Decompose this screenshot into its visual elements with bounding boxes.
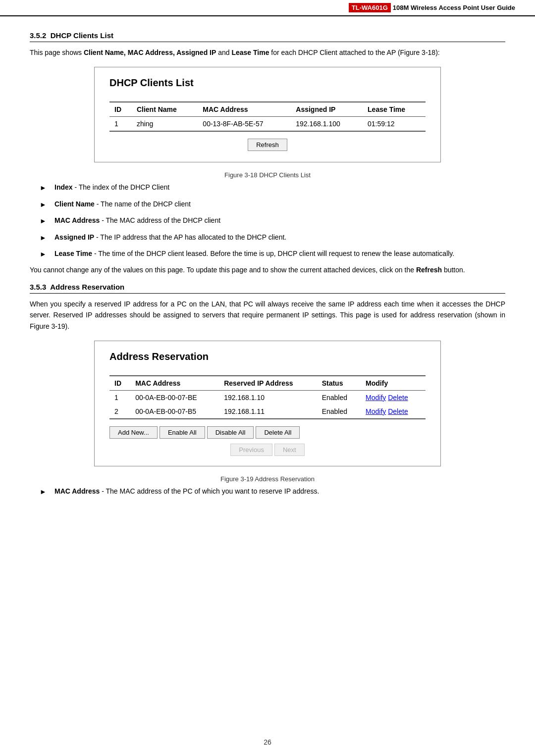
- addr-buttons-row: Add New...Enable AllDisable AllDelete Al…: [109, 426, 426, 439]
- main-content: 3.5.2 DHCP Clients List This page shows …: [0, 16, 535, 733]
- addr-col-reserved-ip: Reserved IP Address: [219, 376, 317, 391]
- enable-all-button[interactable]: Enable All: [160, 426, 205, 439]
- addr-col-mac: MAC Address: [130, 376, 219, 391]
- arrow-icon: ►: [40, 232, 48, 243]
- section-353-number: 3.5.3: [30, 283, 46, 291]
- list-item: ►Lease Time - The time of the DHCP clien…: [30, 248, 505, 259]
- arrow-icon: ►: [40, 486, 48, 497]
- list-item: ►Index - The index of the DHCP Client: [30, 182, 505, 193]
- bullet-text: MAC Address - The MAC address of the DHC…: [54, 215, 505, 226]
- bullet-text: Index - The index of the DHCP Client: [54, 182, 505, 193]
- refresh-button[interactable]: Refresh: [248, 139, 287, 151]
- addr-reservation-table: ID MAC Address Reserved IP Address Statu…: [109, 375, 426, 419]
- arrow-icon: ►: [40, 215, 48, 226]
- delete-link[interactable]: Delete: [388, 407, 408, 415]
- list-item: ►MAC Address - The MAC address of the PC…: [30, 486, 505, 497]
- refresh-row: Refresh: [109, 139, 426, 151]
- page-header: TL-WA601G108M Wireless Access Point User…: [0, 0, 535, 16]
- dhcp-col-id: ID: [109, 102, 132, 117]
- bullet-text: Client Name - The name of the DHCP clien…: [54, 199, 505, 209]
- arrow-icon: ►: [40, 199, 48, 210]
- arrow-icon: ►: [40, 182, 48, 193]
- delete-link[interactable]: Delete: [388, 394, 408, 402]
- dhcp-col-assigned-ip: Assigned IP: [291, 102, 363, 117]
- bullet-text: Lease Time - The time of the DHCP client…: [54, 248, 505, 259]
- bullet-text: MAC Address - The MAC address of the PC …: [54, 486, 505, 497]
- section-353-intro: When you specify a reserved IP address f…: [30, 299, 505, 332]
- dhcp-clients-table: ID Client Name MAC Address Assigned IP L…: [109, 101, 426, 132]
- section-352-intro: This page shows Client Name, MAC Address…: [30, 47, 505, 58]
- dhcp-table-header-row: ID Client Name MAC Address Assigned IP L…: [109, 102, 426, 117]
- dhcp-figure-caption: Figure 3-18 DHCP Clients List: [30, 171, 505, 179]
- arrow-icon: ►: [40, 248, 48, 259]
- section-352-heading: 3.5.2 DHCP Clients List: [30, 31, 505, 42]
- addr-reservation-figure: Address Reservation ID MAC Address Reser…: [94, 341, 441, 466]
- modify-link[interactable]: Modify: [366, 407, 386, 415]
- modify-link[interactable]: Modify: [366, 394, 386, 402]
- table-row: 1zhing00-13-8F-AB-5E-57192.168.1.10001:5…: [109, 117, 426, 132]
- section-352-title: DHCP Clients List: [51, 31, 113, 40]
- addr-col-status: Status: [317, 376, 361, 391]
- bullet-text: Assigned IP - The IP address that the AP…: [54, 232, 505, 243]
- dhcp-col-client-name: Client Name: [132, 102, 198, 117]
- addr-bullet-list: ►MAC Address - The MAC address of the PC…: [30, 486, 505, 497]
- guide-title: 108M Wireless Access Point User Guide: [393, 4, 515, 11]
- delete-all-button[interactable]: Delete All: [256, 426, 300, 439]
- addr-col-modify: Modify: [361, 376, 426, 391]
- dhcp-clients-figure: DHCP Clients List ID Client Name MAC Add…: [94, 67, 441, 162]
- dhcp-note: You cannot change any of the values on t…: [30, 264, 505, 275]
- section-353-title: Address Reservation: [50, 283, 124, 291]
- list-item: ►Assigned IP - The IP address that the A…: [30, 232, 505, 243]
- next-button[interactable]: Next: [274, 444, 305, 456]
- list-item: ►MAC Address - The MAC address of the DH…: [30, 215, 505, 226]
- table-row: 100-0A-EB-00-07-BE192.168.1.10EnabledMod…: [109, 390, 426, 404]
- dhcp-table-title: DHCP Clients List: [109, 77, 426, 93]
- table-row: 200-0A-EB-00-07-B5192.168.1.11EnabledMod…: [109, 404, 426, 419]
- add-new----button[interactable]: Add New...: [109, 426, 158, 439]
- addr-col-id: ID: [109, 376, 130, 391]
- addr-figure-caption: Figure 3-19 Address Reservation: [30, 475, 505, 483]
- section-353-heading: 3.5.3 Address Reservation: [30, 283, 505, 294]
- header-title: TL-WA601G108M Wireless Access Point User…: [349, 4, 515, 11]
- addr-nav-row: Previous Next: [109, 444, 426, 456]
- previous-button[interactable]: Previous: [230, 444, 272, 456]
- addr-table-header-row: ID MAC Address Reserved IP Address Statu…: [109, 376, 426, 391]
- product-name: TL-WA601G: [349, 3, 391, 12]
- addr-table-title: Address Reservation: [109, 351, 426, 366]
- dhcp-bullet-list: ►Index - The index of the DHCP Client►Cl…: [30, 182, 505, 259]
- list-item: ►Client Name - The name of the DHCP clie…: [30, 199, 505, 210]
- page-number: 26: [0, 733, 535, 756]
- section-352-number: 3.5.2: [30, 31, 46, 40]
- disable-all-button[interactable]: Disable All: [207, 426, 254, 439]
- dhcp-col-lease-time: Lease Time: [363, 102, 426, 117]
- dhcp-col-mac: MAC Address: [198, 102, 291, 117]
